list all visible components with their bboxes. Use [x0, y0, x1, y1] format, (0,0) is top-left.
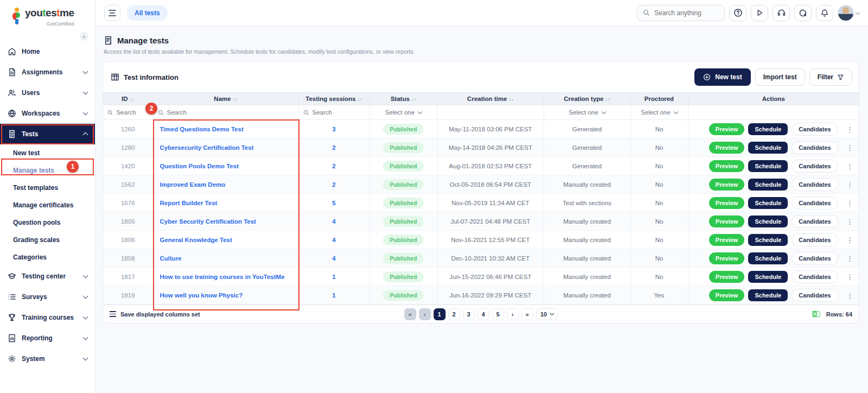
candidates-button[interactable]: Candidates — [792, 141, 838, 154]
tab-all-tests[interactable]: All tests — [127, 5, 168, 21]
candidates-button[interactable]: Candidates — [792, 252, 838, 265]
page-button-4[interactable]: 4 — [477, 308, 489, 320]
sidebar-item-reporting[interactable]: Reporting — [0, 328, 95, 348]
preview-button[interactable]: Preview — [709, 252, 745, 264]
save-columns-button[interactable]: Save displayed columns set — [110, 311, 200, 318]
preview-button[interactable]: Preview — [709, 123, 745, 135]
testing-sessions-link[interactable]: 1 — [332, 274, 335, 280]
help-button[interactable] — [729, 5, 746, 21]
first-page-button[interactable]: « — [404, 308, 416, 320]
test-name-link[interactable]: Improved Exam Demo — [160, 181, 226, 188]
candidates-button[interactable]: Candidates — [792, 123, 838, 136]
sort-icon[interactable]: ↓↑ — [358, 97, 362, 102]
schedule-button[interactable]: Schedule — [748, 179, 788, 191]
schedule-button[interactable]: Schedule — [748, 197, 788, 209]
sort-icon[interactable]: ↓↑ — [130, 97, 135, 102]
sidebar-item-grading-scales[interactable]: Grading scales — [0, 231, 95, 249]
kebab-menu-icon[interactable]: ⋮ — [846, 143, 853, 151]
candidates-button[interactable]: Candidates — [792, 196, 838, 210]
column-header-id[interactable]: ID↓↑ — [103, 93, 153, 105]
filter-creation-time[interactable] — [437, 105, 544, 120]
testing-sessions-link[interactable]: 3 — [332, 126, 335, 132]
name-search-input[interactable] — [167, 109, 283, 116]
test-name-link[interactable]: How to use training courses in YouTestMe — [160, 274, 285, 280]
test-name-link[interactable]: Cybersecurity Certification Test — [160, 144, 254, 151]
schedule-button[interactable]: Schedule — [748, 252, 788, 264]
schedule-button[interactable]: Schedule — [748, 215, 788, 227]
candidates-button[interactable]: Candidates — [792, 270, 838, 283]
sidebar-item-assignments[interactable]: Assignments — [0, 62, 95, 83]
kebab-menu-icon[interactable]: ⋮ — [846, 291, 853, 299]
last-page-button[interactable]: » — [521, 308, 533, 320]
test-name-link[interactable]: Report Builder Test — [160, 200, 218, 206]
schedule-button[interactable]: Schedule — [748, 271, 788, 283]
sidebar-item-categories[interactable]: Categories — [0, 249, 95, 266]
sidebar-item-question-pools[interactable]: Question pools — [0, 214, 95, 231]
column-header-creation-time[interactable]: Creation time↓₌ — [437, 93, 544, 105]
sort-icon[interactable]: ↓↑ — [233, 97, 238, 102]
test-name-link[interactable]: Culture — [160, 255, 182, 262]
preview-button[interactable]: Preview — [709, 160, 745, 172]
preview-button[interactable]: Preview — [709, 179, 745, 191]
id-search-input[interactable] — [116, 109, 148, 116]
sidebar-item-manage-certificates[interactable]: Manage certificates — [0, 196, 95, 214]
page-button-5[interactable]: 5 — [492, 308, 504, 320]
creation-type-select[interactable]: Select one — [548, 109, 626, 116]
sidebar-item-manage-tests[interactable]: Manage tests — [0, 162, 95, 179]
filter-name[interactable] — [153, 105, 298, 120]
status-select[interactable]: Select one — [374, 109, 433, 116]
candidates-button[interactable]: Candidates — [792, 233, 838, 246]
candidates-button[interactable]: Candidates — [792, 178, 838, 191]
user-menu[interactable] — [838, 5, 859, 21]
proctored-select[interactable]: Select one — [635, 109, 684, 116]
schedule-button[interactable]: Schedule — [748, 289, 788, 301]
import-test-button[interactable]: Import test — [755, 68, 805, 86]
sidebar-collapse-button[interactable]: « — [80, 32, 88, 41]
filter-creation-type[interactable]: Select one — [544, 105, 630, 120]
sidebar-item-surveys[interactable]: Surveys — [0, 287, 95, 307]
notifications-button[interactable] — [816, 5, 833, 21]
filter-testing-sessions[interactable] — [298, 105, 369, 120]
page-button-1[interactable]: 1 — [433, 308, 445, 320]
sidebar-item-test-templates[interactable]: Test templates — [0, 179, 95, 196]
sidebar-item-new-test[interactable]: New test — [0, 144, 95, 162]
kebab-menu-icon[interactable]: ⋮ — [846, 254, 853, 262]
testing-sessions-link[interactable]: 2 — [332, 163, 335, 169]
preview-button[interactable]: Preview — [709, 142, 745, 154]
filter-button[interactable]: Filter — [809, 68, 852, 86]
kebab-menu-icon[interactable]: ⋮ — [846, 272, 853, 281]
sidebar-item-users[interactable]: Users — [0, 83, 95, 103]
candidates-button[interactable]: Candidates — [792, 160, 838, 173]
testing-sessions-link[interactable]: 1 — [332, 292, 335, 299]
testing-sessions-link[interactable]: 4 — [332, 255, 335, 262]
sidebar-item-testing-center[interactable]: Testing center — [0, 266, 95, 287]
kebab-menu-icon[interactable]: ⋮ — [846, 217, 853, 225]
sidebar-item-home[interactable]: Home — [0, 41, 95, 62]
filter-id[interactable] — [103, 105, 153, 120]
filter-status[interactable]: Select one — [369, 105, 437, 120]
testing-sessions-link[interactable]: 4 — [332, 218, 335, 225]
column-header-creation-type[interactable]: Creation type↓↑ — [544, 93, 630, 105]
test-name-link[interactable]: Question Pools Demo Test — [160, 163, 239, 169]
new-test-button[interactable]: New test — [694, 68, 750, 86]
testing-sessions-link[interactable]: 4 — [332, 237, 335, 243]
sidebar-item-training-courses[interactable]: Training courses — [0, 307, 95, 328]
sort-icon[interactable]: ↓↑ — [411, 97, 416, 102]
preview-button[interactable]: Preview — [709, 215, 745, 227]
tutorial-button[interactable] — [751, 5, 768, 21]
kebab-menu-icon[interactable]: ⋮ — [846, 236, 853, 244]
preview-button[interactable]: Preview — [709, 197, 745, 209]
testing-sessions-link[interactable]: 2 — [332, 144, 335, 151]
test-name-link[interactable]: General Knowledge Test — [160, 237, 232, 243]
preview-button[interactable]: Preview — [709, 234, 745, 246]
sidebar-item-workspaces[interactable]: Workspaces — [0, 103, 95, 124]
page-size-select[interactable]: 10 — [536, 308, 558, 320]
kebab-menu-icon[interactable]: ⋮ — [846, 180, 853, 188]
next-page-button[interactable]: › — [507, 308, 519, 320]
global-search-input[interactable] — [654, 9, 714, 17]
sidebar-item-tests[interactable]: Tests — [0, 124, 95, 144]
page-button-2[interactable]: 2 — [448, 308, 460, 320]
schedule-button[interactable]: Schedule — [748, 142, 788, 154]
support-button[interactable] — [773, 5, 790, 21]
global-search[interactable] — [637, 5, 725, 21]
